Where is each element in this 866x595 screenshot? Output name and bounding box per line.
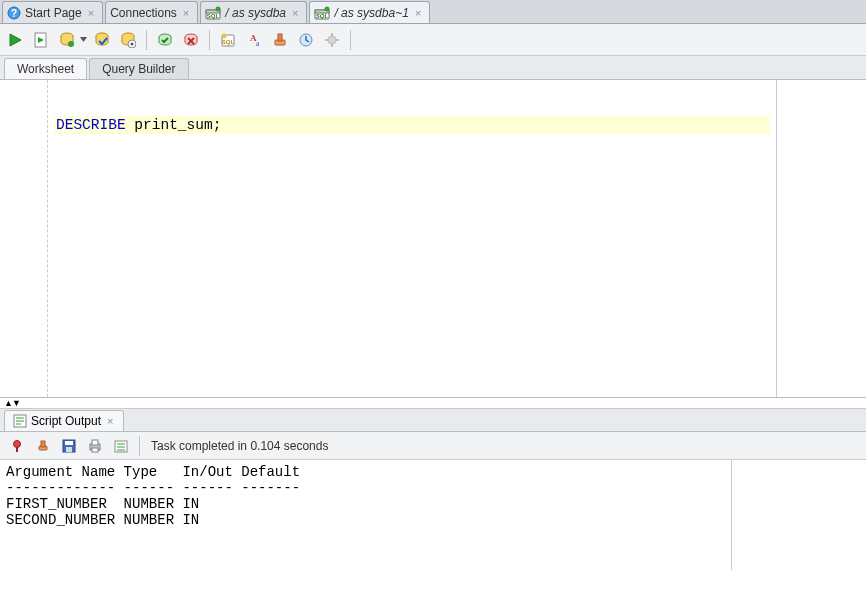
svg-point-14 <box>68 41 74 47</box>
separator <box>139 436 140 456</box>
dropdown-icon[interactable] <box>80 29 87 51</box>
code-editor-area: DESCRIBE print_sum; <box>0 80 866 398</box>
svg-rect-28 <box>278 34 282 41</box>
sql-keyword: DESCRIBE <box>56 117 126 133</box>
splitter-arrows-icon: ▲▼ <box>4 398 20 408</box>
svg-point-39 <box>14 440 21 447</box>
to-upper-lower-button[interactable]: Aa <box>243 29 265 51</box>
separator <box>209 30 210 50</box>
svg-point-30 <box>328 36 336 44</box>
settings-button[interactable] <box>321 29 343 51</box>
tab-label: / as sysdba~1 <box>334 6 408 20</box>
tab-sysdba-1[interactable]: SQL / as sysdba~1 × <box>309 1 430 23</box>
close-icon[interactable]: × <box>86 7 96 19</box>
svg-marker-10 <box>10 34 21 46</box>
svg-text:SQL: SQL <box>222 39 235 45</box>
editor-subtab-strip: Worksheet Query Builder <box>0 56 866 80</box>
svg-marker-15 <box>80 37 87 42</box>
output-toolbar: Task completed in 0.104 seconds <box>0 432 866 460</box>
pin-button[interactable] <box>6 435 28 457</box>
autotrace-button[interactable] <box>91 29 113 51</box>
svg-point-5 <box>216 6 221 11</box>
help-icon: ? <box>7 6 21 20</box>
svg-point-24 <box>222 33 227 38</box>
unshared-worksheet-button[interactable]: SQL <box>217 29 239 51</box>
save-output-button[interactable] <box>58 435 80 457</box>
splitter[interactable]: ▲▼ <box>0 398 866 408</box>
script-output-icon <box>13 414 27 428</box>
sql-history-button[interactable] <box>295 29 317 51</box>
svg-text:SQL: SQL <box>316 13 329 19</box>
buffer-size-button[interactable] <box>110 435 132 457</box>
run-statement-button[interactable] <box>4 29 26 51</box>
separator <box>350 30 351 50</box>
tab-script-output[interactable]: Script Output × <box>4 410 124 431</box>
clear-button[interactable] <box>269 29 291 51</box>
output-tab-label: Script Output <box>31 414 101 428</box>
status-text: Task completed in 0.104 seconds <box>151 439 328 453</box>
svg-rect-48 <box>92 448 98 452</box>
output-tab-strip: Script Output × <box>0 408 866 432</box>
tab-sysdba[interactable]: SQL / as sysdba × <box>200 1 307 23</box>
tab-connections[interactable]: Connections × <box>105 1 198 23</box>
sql-worksheet-icon: SQL <box>205 6 221 20</box>
sql-worksheet-icon: SQL <box>314 6 330 20</box>
separator <box>146 30 147 50</box>
svg-point-19 <box>131 42 134 45</box>
svg-rect-44 <box>65 441 73 445</box>
svg-text:SQL: SQL <box>207 13 220 19</box>
close-icon[interactable]: × <box>181 7 191 19</box>
tab-start-page[interactable]: ? Start Page × <box>2 1 103 23</box>
tab-label: Start Page <box>25 6 82 20</box>
clear-output-button[interactable] <box>32 435 54 457</box>
sql-tuning-button[interactable] <box>117 29 139 51</box>
tab-label: Connections <box>110 6 177 20</box>
svg-rect-45 <box>66 447 72 452</box>
svg-point-9 <box>325 6 330 11</box>
close-icon[interactable]: × <box>413 7 423 19</box>
tab-label: / as sysdba <box>225 6 286 20</box>
explain-plan-button[interactable] <box>56 29 78 51</box>
editor-right-margin <box>776 80 866 397</box>
run-script-button[interactable] <box>30 29 52 51</box>
close-icon[interactable]: × <box>290 7 300 19</box>
svg-text:?: ? <box>11 8 17 19</box>
svg-text:a: a <box>256 39 260 48</box>
subtab-query-builder[interactable]: Query Builder <box>89 58 188 79</box>
commit-button[interactable] <box>154 29 176 51</box>
close-icon[interactable]: × <box>105 415 115 427</box>
worksheet-toolbar: SQL Aa <box>0 24 866 56</box>
sql-code-editor[interactable]: DESCRIBE print_sum; <box>48 80 776 397</box>
file-tab-strip: ? Start Page × Connections × SQL / as sy… <box>0 0 866 24</box>
line-number-gutter <box>0 80 48 397</box>
sql-text: print_sum; <box>126 117 222 133</box>
subtab-worksheet[interactable]: Worksheet <box>4 58 87 79</box>
script-output-text[interactable]: Argument Name Type In/Out Default ------… <box>0 460 732 570</box>
svg-rect-47 <box>92 440 98 445</box>
rollback-button[interactable] <box>180 29 202 51</box>
print-output-button[interactable] <box>84 435 106 457</box>
svg-rect-42 <box>41 441 45 447</box>
